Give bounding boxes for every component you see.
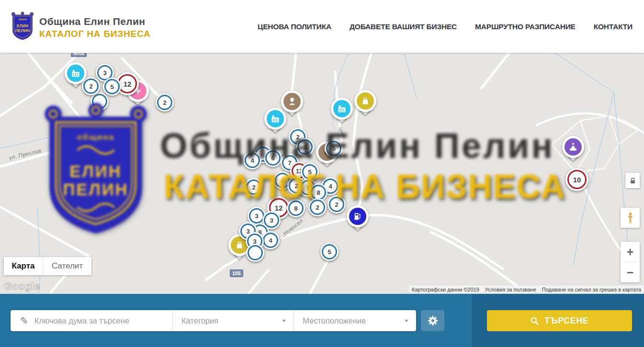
map-type-control: Карта Сателит xyxy=(4,257,91,275)
zoom-control: + − xyxy=(621,242,640,282)
cluster-count: 3 xyxy=(270,217,273,224)
cluster-marker[interactable]: 4 xyxy=(243,151,261,169)
map-type-map-button[interactable]: Карта xyxy=(4,257,43,275)
category-dropdown-label: Категория xyxy=(181,316,218,325)
cluster-count: 2 xyxy=(294,182,298,190)
cluster-count: 8 xyxy=(294,205,297,212)
cluster-marker[interactable]: 2 xyxy=(156,93,174,112)
road-badge: 105 xyxy=(230,269,243,277)
cluster-marker[interactable] xyxy=(90,92,109,111)
cluster-marker[interactable]: 2 xyxy=(328,195,346,213)
pin-building-marker[interactable] xyxy=(65,62,87,91)
cluster-count: 5 xyxy=(328,248,331,256)
cluster-count: 2 xyxy=(252,184,255,191)
cluster-count: 12 xyxy=(275,204,283,212)
logo-name-line2: ПЕЛИН xyxy=(15,28,30,33)
pin-bag-marker[interactable] xyxy=(354,90,376,119)
search-icon xyxy=(530,316,539,325)
municipality-logo[interactable]: община ЕЛИН ПЕЛИН xyxy=(11,11,34,42)
attribution-terms-link[interactable]: Условия за ползване xyxy=(482,287,539,292)
cluster-count: 5 xyxy=(332,145,335,152)
page: ул. Преславбул. „Новоселций“6002105 3122… xyxy=(0,0,644,347)
keyword-search-input[interactable] xyxy=(34,316,157,325)
bag-icon xyxy=(357,92,374,110)
category-dropdown[interactable]: Категория xyxy=(173,316,294,325)
cluster-count: 5 xyxy=(110,83,113,90)
pencil-icon: ✎ xyxy=(20,316,28,325)
attribution-copyright: Картографски данни ©2019 xyxy=(409,287,482,292)
cluster-count: 4 xyxy=(250,157,254,164)
cluster-count: 10 xyxy=(573,176,581,184)
pin-church-marker[interactable] xyxy=(562,136,584,165)
cluster-count: 2 xyxy=(335,201,338,208)
header: община ЕЛИН ПЕЛИН Община Елин Пелин КАТА… xyxy=(0,0,644,53)
cluster-marker[interactable]: 2 xyxy=(245,178,263,196)
search-fields: ✎ Категория Местоположение xyxy=(11,310,416,331)
worker-icon xyxy=(283,93,301,110)
pin-worker-marker[interactable] xyxy=(281,90,303,119)
cluster-marker[interactable]: 4 xyxy=(261,231,280,249)
logo-top-word: община xyxy=(18,18,27,21)
cluster-count: 5 xyxy=(308,168,311,176)
cluster-marker[interactable]: 10 xyxy=(565,168,588,191)
main-nav: ЦЕНОВА ПОЛИТИКА ДОБАВЕТЕ ВАШИЯТ БИЗНЕС М… xyxy=(258,0,633,53)
location-dropdown-label: Местоположение xyxy=(303,316,366,325)
nav-item-route-schedule[interactable]: МАРШРУТНО РАЗПИСАНИЕ xyxy=(475,22,576,31)
zoom-in-button[interactable]: + xyxy=(621,242,640,262)
building-icon xyxy=(333,100,350,117)
nav-item-contacts[interactable]: КОНТАКТИ xyxy=(594,22,633,31)
cluster-count: 4 xyxy=(328,183,332,190)
cluster-marker[interactable]: 5 xyxy=(325,139,343,157)
map-type-satellite-button[interactable]: Сателит xyxy=(43,257,91,275)
lock-icon xyxy=(629,177,636,184)
cluster-marker[interactable]: 8 xyxy=(287,199,305,217)
cluster-marker[interactable]: 5 xyxy=(103,78,121,96)
building-icon xyxy=(67,65,84,82)
fuel-icon xyxy=(349,208,366,225)
site-subtitle: КАТАЛОГ НА БИЗНЕСА xyxy=(39,29,151,39)
cluster-marker[interactable]: 2 xyxy=(308,198,327,216)
cluster-count: 3 xyxy=(303,144,306,151)
cluster-count: 3 xyxy=(255,213,258,220)
chevron-down-icon xyxy=(405,320,408,322)
pegman-icon xyxy=(626,212,634,224)
zoom-out-button[interactable]: − xyxy=(621,262,640,282)
cluster-count: 2 xyxy=(89,83,92,90)
cluster-marker[interactable]: 5 xyxy=(301,163,319,181)
search-bar: ✎ Категория Местоположение xyxy=(0,294,644,347)
keyword-section: ✎ xyxy=(11,316,172,325)
nav-item-add-business[interactable]: ДОБАВЕТЕ ВАШИЯТ БИЗНЕС xyxy=(350,22,457,31)
pin-building-marker[interactable] xyxy=(331,98,353,126)
cluster-marker[interactable]: 5 xyxy=(320,243,339,261)
google-logo[interactable]: Google xyxy=(4,280,40,292)
search-button-label: ТЪРСЕНЕ xyxy=(544,316,588,326)
cluster-count: 6 xyxy=(271,155,274,162)
attribution-report-link[interactable]: Подаване на сигнал за грешка в картата xyxy=(539,287,644,292)
cluster-marker[interactable]: 6 xyxy=(264,149,282,167)
church-icon xyxy=(565,138,582,156)
cluster-count: 7 xyxy=(288,159,291,167)
nav-item-pricing[interactable]: ЦЕНОВА ПОЛИТИКА xyxy=(258,22,331,31)
gear-icon xyxy=(427,315,439,326)
cluster-count: 3 xyxy=(103,69,106,77)
cluster-marker[interactable] xyxy=(246,244,264,262)
pegman-button[interactable] xyxy=(621,208,640,228)
site-brand[interactable]: Община Елин Пелин КАТАЛОГ НА БИЗНЕСА xyxy=(39,16,151,39)
chevron-down-icon xyxy=(282,320,286,322)
cluster-count: 8 xyxy=(316,189,320,196)
logo-name-line1: ЕЛИН xyxy=(17,24,29,29)
cluster-marker[interactable]: 3 xyxy=(296,138,314,156)
cluster-count: 4 xyxy=(269,237,272,244)
location-dropdown[interactable]: Местоположение xyxy=(294,316,416,325)
scroll-lock-button[interactable] xyxy=(625,173,640,188)
cluster-count: 2 xyxy=(163,99,166,106)
cluster-count: 2 xyxy=(316,204,319,211)
cluster-count: 4 xyxy=(281,177,284,184)
cluster-count: 12 xyxy=(124,80,132,88)
search-submit-button[interactable]: ТЪРСЕНЕ xyxy=(487,310,632,331)
pin-fuel-marker[interactable] xyxy=(347,205,369,234)
advanced-search-button[interactable] xyxy=(421,310,444,331)
map-attribution: Картографски данни ©2019 Условия за полз… xyxy=(409,286,644,293)
site-title: Община Елин Пелин xyxy=(39,16,151,27)
